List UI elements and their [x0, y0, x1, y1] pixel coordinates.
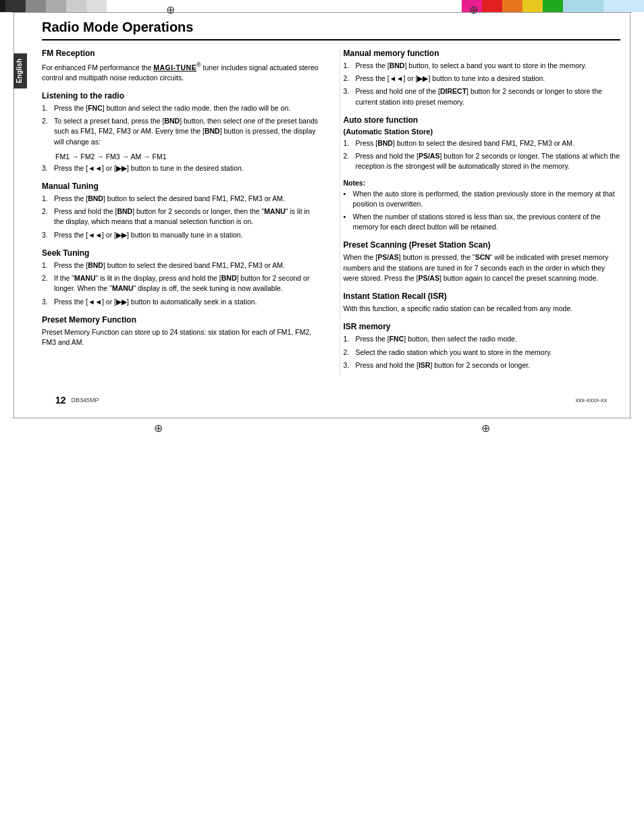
manual-memory-step-2: 2. Press the [◄◄] or [▶▶] button to tune…: [344, 74, 621, 84]
manual-tuning-heading: Manual Tuning: [42, 182, 319, 191]
listening-steps: 1. Press the [FNC] button and select the…: [42, 103, 319, 147]
seek-tuning-step-3: 3. Press the [◄◄] or [▶▶] button to auto…: [42, 297, 319, 307]
auto-store-step-2: 2. Press and hold the [PS/AS] button for…: [344, 151, 621, 171]
magi-tune-logo: MAGI-TUNE: [153, 63, 196, 72]
manual-tuning-step-2: 2. Press and hold the [BND] button for 2…: [42, 206, 319, 227]
top-bar: ⊕ ⊕: [0, 0, 644, 12]
isr-step-3: 3. Press and hold the [ISR] button for 2…: [344, 360, 621, 370]
listening-step-2: 2. To select a preset band, press the [B…: [42, 116, 319, 147]
model-number: DB345MP: [72, 397, 99, 404]
isr-step-1: 1. Press the [FNC] button, then select t…: [344, 334, 621, 344]
language-tab: English: [14, 53, 27, 88]
content-area: Radio Mode Operations FM Reception For e…: [28, 13, 630, 418]
top-bar-right: ⊕: [322, 0, 644, 12]
notes-bullet-2: When the number of stations stored is le…: [344, 212, 621, 232]
listening-step-3-list: 3. Press the [◄◄] or [▶▶] button to tune…: [42, 163, 319, 173]
page-container: English Radio Mode Operations FM Recepti…: [14, 13, 630, 418]
isr-memory-steps: 1. Press the [FNC] button, then select t…: [344, 334, 621, 370]
manual-memory-steps: 1. Press the [BND] button, to select a b…: [344, 61, 621, 107]
auto-store-steps: 1. Press [BND] button to select the desi…: [344, 138, 621, 172]
manual-tuning-step-3: 3. Press the [◄◄] or [▶▶] button to manu…: [42, 230, 319, 240]
auto-store-subheading: (Automatic Station Store): [344, 128, 621, 136]
compass-icon-bottom-right: ⊕: [481, 422, 490, 435]
right-column: Manual memory function 1. Press the [BND…: [340, 49, 621, 376]
page-number: 12: [55, 395, 66, 406]
seek-tuning-heading: Seek Tuning: [42, 248, 319, 258]
notes-heading: Notes:: [344, 179, 621, 187]
listening-step-3: 3. Press the [◄◄] or [▶▶] button to tune…: [42, 163, 319, 173]
instant-recall-text: With this function, a specific radio sta…: [344, 304, 621, 314]
isr-step-2: 2. Select the radio station which you wa…: [344, 348, 621, 358]
notes-bullets: When the auto store is performed, the st…: [344, 189, 621, 233]
seek-tuning-step-1: 1. Press the [BND] button to select the …: [42, 260, 319, 271]
notes-section: Notes: When the auto store is performed,…: [344, 179, 621, 233]
right-border: [629, 13, 630, 418]
listening-heading: Listening to the radio: [42, 91, 319, 101]
footer-area: 12 DB345MP xxx-xxxx-xx: [42, 389, 620, 411]
fm-reception-text1: For enhanced FM performance the: [42, 63, 153, 72]
manual-memory-heading: Manual memory function: [344, 49, 621, 58]
arrow-formula: FM1 → FM2 → FM3 → AM → FM1: [55, 152, 319, 161]
fm-reception-heading: FM Reception: [42, 49, 319, 58]
preset-memory-heading: Preset Memory Function: [42, 315, 319, 325]
two-column-layout: FM Reception For enhanced FM performance…: [42, 49, 620, 376]
notes-bullet-1: When the auto store is performed, the st…: [344, 189, 621, 209]
seek-tuning-steps: 1. Press the [BND] button to select the …: [42, 260, 319, 307]
manual-tuning-step-1: 1. Press the [BND] button to select the …: [42, 194, 319, 204]
manual-memory-step-3: 3. Press and hold one of the [DIRECT] bu…: [344, 86, 621, 107]
instant-recall-heading: Instant Station Recall (ISR): [344, 292, 621, 301]
auto-store-heading: Auto store function: [344, 115, 621, 125]
preset-memory-text: Preset Memory Function can store up to 2…: [42, 327, 319, 348]
listening-step-1: 1. Press the [FNC] button and select the…: [42, 103, 319, 113]
top-bar-left: ⊕: [0, 0, 322, 12]
manual-memory-step-1: 1. Press the [BND] button, to select a b…: [344, 61, 621, 71]
preset-scanning-text: When the [PS/AS] button is pressed, the …: [344, 252, 621, 283]
preset-scanning-heading: Preset Scanning (Preset Station Scan): [344, 240, 621, 250]
compass-icon-bottom-left: ⊕: [154, 422, 163, 435]
fm-reception-text: For enhanced FM performance the MAGI-TUN…: [42, 61, 319, 83]
bottom-decorations: ⊕ ⊕: [12, 418, 632, 439]
page-title: Radio Mode Operations: [42, 20, 620, 40]
isr-memory-heading: ISR memory: [344, 322, 621, 331]
version-code: xxx-xxxx-xx: [576, 397, 608, 404]
manual-tuning-steps: 1. Press the [BND] button to select the …: [42, 194, 319, 240]
seek-tuning-step-2: 2. If the "MANU" is lit in the display, …: [42, 273, 319, 294]
auto-store-step-1: 1. Press [BND] button to select the desi…: [344, 138, 621, 148]
left-column: FM Reception For enhanced FM performance…: [42, 49, 326, 376]
